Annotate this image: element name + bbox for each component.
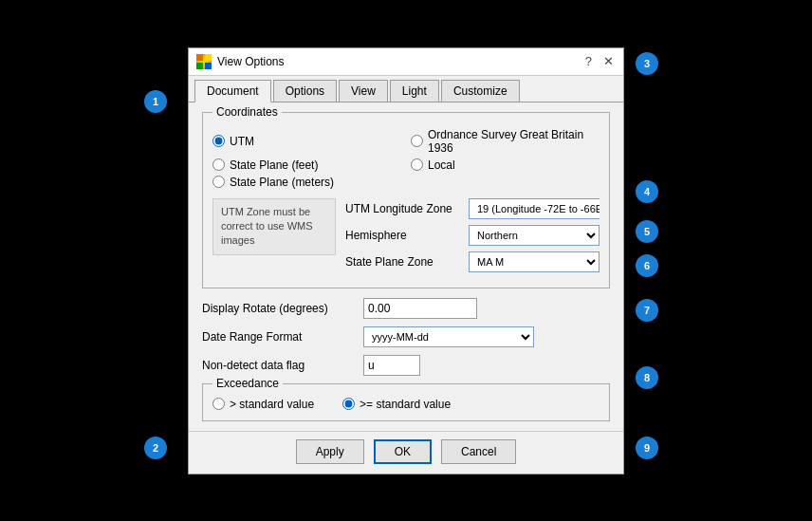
wms-note: UTM Zone must be correct to use WMS imag… [212,198,336,255]
hemisphere-label: Hemisphere [345,229,469,242]
svg-rect-2 [196,63,203,69]
date-range-label: Date Range Format [202,330,363,344]
utm-longitude-select[interactable]: 19 (Longitude -72E to -66E) [469,198,600,219]
callout-5: 5 [636,220,658,243]
tab-light[interactable]: Light [390,80,439,102]
exceedance-radios: > standard value >= standard value [212,398,600,411]
utm-longitude-row: UTM Longitude Zone 19 (Longitude -72E to… [345,198,600,219]
title-bar: View Options ? ✕ [189,48,623,76]
state-plane-zone-select[interactable]: MA M [469,251,600,272]
display-rotate-input[interactable] [363,298,477,319]
tab-view[interactable]: View [339,80,388,102]
hemisphere-select[interactable]: Northern [469,225,600,246]
apply-button[interactable]: Apply [296,439,364,464]
dialog-title: View Options [217,55,284,68]
svg-rect-0 [196,54,203,61]
coordinates-label: Coordinates [212,105,282,119]
tab-document[interactable]: Document [194,80,271,102]
coordinate-radio-group: UTM Ordnance Survey Great Britain 1936 S… [212,128,600,189]
exceedance-section: Exceedance > standard value >= standard … [202,383,610,421]
dialog-footer: Apply OK Cancel [189,431,623,474]
callout-7: 7 [636,299,658,322]
radio-state-meters[interactable]: State Plane (meters) [212,176,401,189]
callout-8: 8 [636,366,658,389]
callout-1: 1 [144,90,167,113]
utm-longitude-label: UTM Longitude Zone [345,202,469,215]
help-button[interactable]: ? [583,54,594,68]
radio-local[interactable]: Local [411,158,600,172]
state-plane-zone-label: State Plane Zone [345,255,469,269]
tab-options[interactable]: Options [273,80,337,102]
hemisphere-row: Hemisphere Northern [345,225,600,246]
callout-9: 9 [636,437,658,459]
non-detect-label: Non-detect data flag [202,359,363,372]
radio-greater-than[interactable]: > standard value [212,398,314,411]
utm-fields: UTM Longitude Zone 19 (Longitude -72E to… [345,198,600,278]
dialog-content: Coordinates UTM Ordnance Survey Great Br… [189,102,623,431]
exceedance-label: Exceedance [212,377,283,390]
utm-fields-area: UTM Zone must be correct to use WMS imag… [212,198,600,278]
ok-button[interactable]: OK [374,439,432,464]
radio-utm[interactable]: UTM [212,128,401,155]
callout-6: 6 [636,254,658,277]
svg-rect-1 [205,54,212,61]
non-detect-input[interactable] [363,355,420,376]
state-plane-zone-row: State Plane Zone MA M [345,251,600,272]
tab-customize[interactable]: Customize [441,80,520,102]
callout-3: 3 [636,52,658,75]
close-button[interactable]: ✕ [601,54,616,68]
display-rotate-row: Display Rotate (degrees) [202,298,610,319]
radio-greater-equal[interactable]: >= standard value [342,398,451,411]
tab-bar: Document Options View Light Customize [189,76,623,102]
svg-rect-3 [205,63,212,69]
dialog: View Options ? ✕ Document Options View L… [188,47,624,474]
callout-4: 4 [636,180,658,203]
callout-2: 2 [144,437,167,459]
date-range-row: Date Range Format yyyy-MM-dd [202,326,610,347]
radio-state-feet[interactable]: State Plane (feet) [212,158,401,172]
app-icon [196,54,212,69]
date-range-select[interactable]: yyyy-MM-dd [363,326,534,347]
display-rotate-label: Display Rotate (degrees) [202,302,363,315]
cancel-button[interactable]: Cancel [441,439,516,464]
radio-ordnance[interactable]: Ordnance Survey Great Britain 1936 [411,128,600,155]
coordinates-section: Coordinates UTM Ordnance Survey Great Br… [202,112,610,288]
non-detect-row: Non-detect data flag [202,355,610,376]
